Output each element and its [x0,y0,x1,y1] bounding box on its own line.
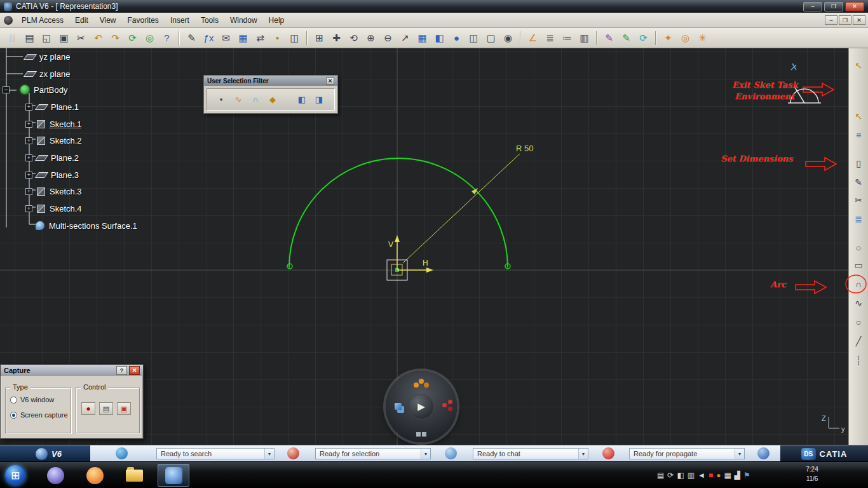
screen-capture-radio[interactable]: Screen capture [10,411,71,419]
zoom-in-icon[interactable]: ⊕ [363,30,379,46]
normal-view-icon[interactable]: ↗ [397,30,413,46]
compass-play-button[interactable]: ▶ [409,394,434,419]
capture-dialog-titlebar[interactable]: Capture ? ✕ [1,365,143,376]
annotate-icon[interactable]: ✎ [618,30,634,46]
select-arrow-icon[interactable]: ↖ [851,58,865,72]
lock-icon[interactable]: ▪ [269,30,285,46]
compass-collab-icon[interactable] [442,403,447,407]
capture-options-button[interactable]: ▤ [99,402,113,415]
tree-item-sketch-4[interactable]: + Sketch.4 [25,201,82,215]
expand-expander-icon[interactable]: + [25,172,32,179]
tray-network-icon[interactable]: ▟ [735,471,740,480]
rotate-view-icon[interactable]: ⟲ [346,30,362,46]
parameters-icon[interactable]: ≔ [559,30,575,46]
smart-pick-icon[interactable]: ↖ [851,109,865,123]
curve-filter-icon[interactable]: ∿ [232,93,245,106]
menu-plm-access[interactable]: PLM Access [16,15,69,26]
measure-icon[interactable]: ∠ [525,30,541,46]
tray-browser-icon[interactable]: ● [716,471,721,480]
expand-expander-icon[interactable]: + [25,205,32,212]
refresh-icon[interactable]: ⟳ [125,30,140,46]
tree-item-plane-1[interactable]: + Plane.1 [25,100,79,114]
print-icon[interactable]: ▤ [22,30,37,46]
firefox-button[interactable] [79,464,111,487]
propagate-status-combo[interactable]: Ready for propagate ▾ [629,448,745,459]
surface-filter-icon[interactable]: ∩ [249,93,262,106]
close-icon[interactable]: ✕ [326,78,334,85]
tray-archive-icon[interactable]: ▦ [724,471,731,480]
compass-3d-icon[interactable] [395,403,402,410]
tree-item-plane-3[interactable]: + Plane.3 [25,168,79,182]
propagate-swirl-icon[interactable] [602,447,614,459]
menu-window[interactable]: Window [224,15,263,26]
compass-social-icon[interactable] [419,379,424,384]
render-style-icon[interactable]: ● [449,30,465,46]
navigation-compass[interactable]: ▶ [386,371,457,442]
help-icon[interactable]: ? [159,30,175,46]
media-app-button[interactable] [39,464,71,487]
chevron-down-icon[interactable]: ▾ [578,449,588,459]
expand-expander-icon[interactable]: + [25,188,32,195]
cut-icon[interactable]: ✂ [73,30,89,46]
chain-rings-icon[interactable]: ◎ [677,30,693,46]
fit-all-icon[interactable]: ⊞ [311,30,327,46]
close-icon[interactable]: ✕ [129,366,140,375]
close-button[interactable]: ✕ [845,2,864,11]
window-split-icon[interactable]: ◫ [287,30,302,46]
menu-tools[interactable]: Tools [195,15,224,26]
swap-arrows-icon[interactable]: ⇄ [252,30,268,46]
tree-item-plane-2[interactable]: + Plane.2 [25,151,79,165]
profile-list-icon[interactable]: ≣ [851,212,865,226]
user-selection-filter-titlebar[interactable]: User Selection Filter ✕ [204,76,337,86]
tray-input-icon[interactable]: ▥ [688,471,695,480]
knife-tool-icon[interactable]: ✎ [184,30,200,46]
ellipse-tool-icon[interactable]: ○ [851,315,865,329]
pan-icon[interactable]: ✚ [329,30,344,46]
line-tool-icon[interactable]: ╱ [851,334,865,348]
tray-utility-icon[interactable]: ▤ [657,471,664,480]
tray-update-icon[interactable]: ⟳ [667,471,674,480]
menu-favorites[interactable]: Favorites [122,15,165,26]
tray-audio-icon[interactable]: ◄ [698,471,705,480]
chevron-down-icon[interactable]: ▾ [735,449,744,459]
mdi-close-button[interactable]: ✕ [853,15,865,25]
expand-expander-icon[interactable]: + [25,154,32,161]
copy-icon[interactable]: ◱ [39,30,55,46]
tree-item-partbody[interactable]: − PartBody [3,83,67,97]
capture-app-button[interactable] [158,464,189,487]
mdi-restore-button[interactable]: ❐ [839,15,851,25]
tree-item-sketch-1[interactable]: + Sketch.1 [25,117,82,131]
tray-flag-icon[interactable]: ⚑ [743,471,750,480]
search-status-combo[interactable]: Ready to search ▾ [156,448,275,459]
arc-tool-icon[interactable]: ∩ [851,277,865,291]
shaded-view-icon[interactable]: ◧ [431,30,447,46]
minimize-button[interactable]: – [803,2,822,11]
display-table-icon[interactable]: ▦ [235,30,251,46]
video-capture-button[interactable]: ▣ [117,402,131,415]
file-explorer-button[interactable] [118,464,150,487]
paint-brush-icon[interactable]: ✎ [601,30,617,46]
collapse-expander-icon[interactable]: − [3,86,10,93]
formula-icon[interactable]: ƒx [201,30,217,46]
help-sphere-icon[interactable] [757,447,770,459]
tree-item-yz-plane[interactable]: yz plane [25,50,70,64]
zoom-out-icon[interactable]: ⊖ [380,30,396,46]
tray-pdf-icon[interactable]: ■ [709,471,713,480]
app-menu-icon[interactable] [4,16,13,25]
chat-sphere-icon[interactable] [445,447,457,459]
menu-edit[interactable]: Edit [69,15,94,26]
start-button[interactable]: ⊞ [5,465,25,485]
redo-icon[interactable]: ↷ [107,30,123,46]
point-filter-icon[interactable]: ▪ [215,93,227,106]
spline-tool-icon[interactable]: ∿ [851,296,865,310]
tree-item-zx-plane[interactable]: zx plane [25,67,70,81]
feature-filter-icon[interactable]: ◆ [266,93,279,106]
search-sphere-icon[interactable] [116,447,128,459]
expand-expander-icon[interactable]: + [25,121,32,128]
chat-bubble-icon[interactable]: ✉ [218,30,234,46]
mdi-minimize-button[interactable]: – [825,15,837,25]
menu-view[interactable]: View [94,15,122,26]
chat-status-combo[interactable]: Ready to chat ▾ [473,448,588,459]
restore-button[interactable]: ❐ [824,2,843,11]
catalog-icon[interactable]: ✦ [660,30,676,46]
